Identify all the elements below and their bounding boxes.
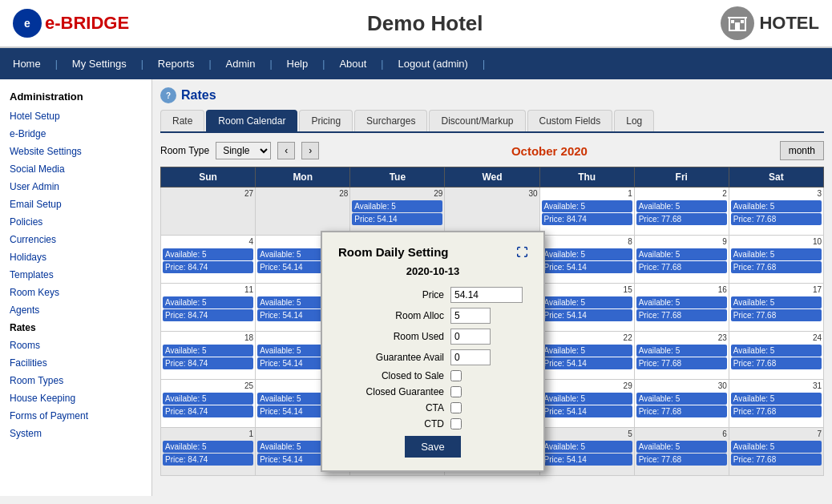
sidebar-item-room-keys[interactable]: Room Keys xyxy=(0,284,151,301)
next-month-button[interactable]: › xyxy=(301,142,319,159)
calendar-cell-0-5[interactable]: 2Available: 5Price: 77.68 xyxy=(634,187,729,236)
calendar-cell-5-6[interactable]: 7Available: 5Price: 77.68 xyxy=(729,428,823,476)
calendar-cell-2-5[interactable]: 16Available: 5Price: 77.68 xyxy=(634,284,729,332)
cal-price-2-4: Price: 54.14 xyxy=(542,309,632,321)
cal-price-5-4: Price: 54.14 xyxy=(542,454,632,466)
calendar-cell-2-4[interactable]: 15Available: 5Price: 54.14 xyxy=(539,284,634,332)
calendar-cell-2-6[interactable]: 17Available: 5Price: 77.68 xyxy=(729,284,823,332)
cal-price-2-5: Price: 77.68 xyxy=(636,309,727,321)
sidebar-item-room-types[interactable]: Room Types xyxy=(0,372,151,389)
calendar-cell-5-5[interactable]: 6Available: 5Price: 77.68 xyxy=(634,428,729,476)
day-num-0-1: 28 xyxy=(257,189,348,200)
calendar-cell-0-4[interactable]: 1Available: 5Price: 84.74 xyxy=(539,187,634,236)
cal-price-1-5: Price: 77.68 xyxy=(636,261,727,273)
calendar-cell-4-6[interactable]: 31Available: 5Price: 77.68 xyxy=(729,380,823,428)
calendar-cell-0-6[interactable]: 3Available: 5Price: 77.68 xyxy=(729,187,823,236)
calendar-controls: Room Type Single Double Twin Suite ‹ › O… xyxy=(160,141,824,160)
tab-log[interactable]: Log xyxy=(614,110,654,131)
nav-home[interactable]: Home xyxy=(0,48,54,79)
nav-reports[interactable]: Reports xyxy=(145,48,208,79)
sidebar-item-currencies[interactable]: Currencies xyxy=(0,231,151,248)
sidebar-item-email-setup[interactable]: Email Setup xyxy=(0,196,151,213)
cal-avail-1-0: Available: 5 xyxy=(163,248,253,260)
sidebar-item-holidays[interactable]: Holidays xyxy=(0,248,151,266)
calendar-cell-1-5[interactable]: 9Available: 5Price: 77.68 xyxy=(634,236,729,284)
sidebar-item-social-media[interactable]: Social Media xyxy=(0,160,151,178)
calendar-cell-0-0[interactable]: 27 xyxy=(161,187,256,236)
cal-avail-2-6: Available: 5 xyxy=(731,296,822,308)
day-num-4-6: 31 xyxy=(731,381,822,392)
calendar-cell-1-0[interactable]: 4Available: 5Price: 84.74 xyxy=(161,236,256,284)
sidebar-item-house-keeping[interactable]: House Keeping xyxy=(0,389,151,407)
calendar-cell-0-3[interactable]: 30 xyxy=(445,187,539,236)
cal-avail-5-5: Available: 5 xyxy=(636,441,727,453)
tab-rate[interactable]: Rate xyxy=(160,110,204,131)
sidebar-item-system[interactable]: System xyxy=(0,425,151,442)
modal-room-used-input[interactable] xyxy=(450,329,491,345)
nav-about[interactable]: About xyxy=(326,48,379,79)
calendar-cell-2-0[interactable]: 11Available: 5Price: 84.74 xyxy=(161,284,256,332)
cal-price-3-0: Price: 84.74 xyxy=(163,357,253,369)
sidebar-item-templates[interactable]: Templates xyxy=(0,266,151,284)
day-num-0-6: 3 xyxy=(731,189,822,200)
calendar-cell-4-4[interactable]: 29Available: 5Price: 54.14 xyxy=(539,380,634,428)
prev-month-button[interactable]: ‹ xyxy=(277,142,295,159)
main-nav: Home | My Settings | Reports | Admin | H… xyxy=(0,48,832,79)
calendar-cell-0-1[interactable]: 28 xyxy=(256,187,350,236)
tab-surcharges[interactable]: Surcharges xyxy=(354,110,427,131)
cal-price-0-6: Price: 77.68 xyxy=(731,213,822,225)
sidebar-item-agents[interactable]: Agents xyxy=(0,301,151,319)
cal-avail-1-5: Available: 5 xyxy=(636,248,727,260)
calendar-cell-3-5[interactable]: 23Available: 5Price: 77.68 xyxy=(634,332,729,380)
calendar-cell-3-4[interactable]: 22Available: 5Price: 54.14 xyxy=(539,332,634,380)
tab-pricing[interactable]: Pricing xyxy=(299,110,353,131)
modal-ctd-checkbox[interactable] xyxy=(450,418,462,429)
sidebar-item-forms-of-payment[interactable]: Forms of Payment xyxy=(0,407,151,425)
calendar-cell-3-0[interactable]: 18Available: 5Price: 84.74 xyxy=(161,332,256,380)
cal-avail-3-4: Available: 5 xyxy=(542,345,632,357)
tab-discount-markup[interactable]: Discount/Markup xyxy=(429,110,525,131)
col-sat: Sat xyxy=(729,167,823,187)
day-num-0-3: 30 xyxy=(446,189,537,200)
nav-logout[interactable]: Logout (admin) xyxy=(385,48,480,79)
modal-guarantee-avail-input[interactable] xyxy=(450,349,491,365)
calendar-cell-0-2[interactable]: 29Available: 5Price: 54.14 xyxy=(350,187,445,236)
modal-room-alloc-row: Room Alloc xyxy=(338,308,527,324)
modal-header: Room Daily Setting ⛶ xyxy=(338,245,527,259)
sidebar-item-rooms[interactable]: Rooms xyxy=(0,337,151,354)
calendar-wrapper: Sun Mon Tue Wed Thu Fri Sat 272829Availa… xyxy=(160,167,824,476)
tab-room-calendar[interactable]: Room Calendar xyxy=(206,110,297,131)
sidebar-item-rates[interactable]: Rates xyxy=(0,319,151,337)
day-num-3-5: 23 xyxy=(636,333,727,344)
sidebar-item-e-bridge[interactable]: e-Bridge xyxy=(0,125,151,143)
calendar-cell-4-0[interactable]: 25Available: 5Price: 84.74 xyxy=(161,380,256,428)
cal-avail-0-5: Available: 5 xyxy=(636,200,727,212)
cal-price-0-2: Price: 54.14 xyxy=(352,213,442,225)
modal-save-button[interactable]: Save xyxy=(405,436,461,458)
calendar-cell-5-0[interactable]: 1Available: 5Price: 84.74 xyxy=(161,428,256,476)
calendar-cell-1-6[interactable]: 10Available: 5Price: 77.68 xyxy=(729,236,823,284)
modal-closed-to-sale-checkbox[interactable] xyxy=(450,370,462,381)
nav-help[interactable]: Help xyxy=(274,48,321,79)
sidebar-item-website-settings[interactable]: Website Settings xyxy=(0,143,151,160)
modal-cta-checkbox[interactable] xyxy=(450,402,462,413)
col-fri: Fri xyxy=(634,167,729,187)
modal-room-alloc-input[interactable] xyxy=(450,308,491,324)
tab-custom-fields[interactable]: Custom Fields xyxy=(527,110,613,131)
sidebar-item-facilities[interactable]: Facilities xyxy=(0,354,151,372)
room-type-select[interactable]: Single Double Twin Suite xyxy=(216,142,271,159)
sidebar-item-policies[interactable]: Policies xyxy=(0,213,151,231)
calendar-cell-4-5[interactable]: 30Available: 5Price: 77.68 xyxy=(634,380,729,428)
calendar-cell-1-4[interactable]: 8Available: 5Price: 54.14 xyxy=(539,236,634,284)
modal-close-button[interactable]: ⛶ xyxy=(516,246,527,259)
modal-closed-guarantee-checkbox[interactable] xyxy=(450,386,462,397)
calendar-cell-3-6[interactable]: 24Available: 5Price: 77.68 xyxy=(729,332,823,380)
sidebar-item-hotel-setup[interactable]: Hotel Setup xyxy=(0,107,151,125)
nav-my-settings[interactable]: My Settings xyxy=(59,48,139,79)
calendar-cell-5-4[interactable]: 5Available: 5Price: 54.14 xyxy=(539,428,634,476)
nav-admin[interactable]: Admin xyxy=(213,48,269,79)
sidebar-item-user-admin[interactable]: User Admin xyxy=(0,178,151,196)
cal-price-2-6: Price: 77.68 xyxy=(731,309,822,321)
modal-price-input[interactable] xyxy=(450,287,523,303)
view-month-button[interactable]: month xyxy=(780,141,824,160)
